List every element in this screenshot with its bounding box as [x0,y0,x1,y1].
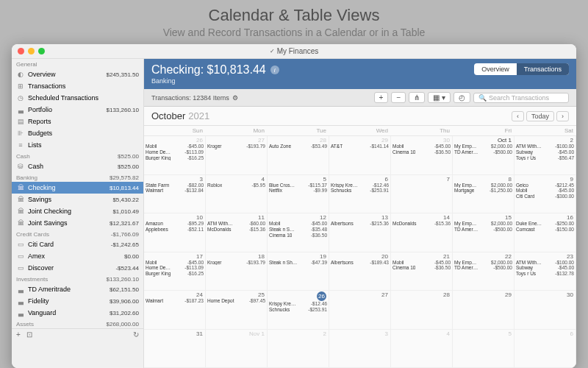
sidebar-item-joint-savings[interactable]: 🏛Joint Savings$12,321.67 [12,217,143,229]
transaction-row[interactable]: Blue Cros…-$115.37 [269,183,327,188]
calendar-cell[interactable]: 24Walmart-$187.23 [144,291,206,330]
transaction-row[interactable]: My Emp…$2,000.00 [454,221,512,227]
transaction-row[interactable]: Subway-$45.00 [516,265,574,271]
transaction-row[interactable]: My Emp…$2,000.00 [454,260,512,266]
sidebar-item-scheduled-transactions[interactable]: ◷Scheduled Transactions [12,92,143,104]
calendar-cell[interactable]: 8My Emp…$2,000.00Mortgage-$1,250.00 [453,175,514,214]
transaction-row[interactable]: Albertsons-$215.36 [331,221,389,227]
calendar-cell[interactable]: Nov 1 [206,330,268,369]
transaction-row[interactable]: Comcast-$150.00 [516,227,574,233]
minimize-icon[interactable] [28,48,35,54]
transaction-row[interactable]: Toys r Us-$56.47 [516,155,574,161]
transaction-row[interactable]: TD Amer…-$500.00 [454,149,512,155]
share-button[interactable]: ⋔ [409,92,425,103]
calendar-cell[interactable]: 19Steak n Sh…-$47.39 [268,252,329,291]
seg-transactions[interactable]: Transactions [517,63,569,75]
transaction-row[interactable]: My Emp…$2,000.00 [454,144,512,149]
next-button[interactable]: › [556,111,569,121]
transaction-row[interactable]: Krispy Kre…-$12.46 [269,301,327,307]
sidebar-item-td-ameritrade[interactable]: ▃TD Ameritrade$62,151.50 [12,283,143,295]
calendar-cell[interactable]: 22My Emp…$2,000.00TD Amer…-$500.00 [453,252,514,291]
calendar-cell[interactable]: 15My Emp…$2,000.00TD Amer…-$500.00 [453,213,514,252]
calendar-cell[interactable]: 5Blue Cros…-$115.37Netflix-$9.99 [268,175,329,214]
transaction-row[interactable]: Applebees-$52.11 [146,227,204,233]
sidebar-item-reports[interactable]: ▤Reports [12,116,143,127]
calendar-cell[interactable]: 3State Farm-$82.00Walmart-$132.84 [144,175,206,214]
calendar-cell[interactable]: 3 [329,330,391,369]
folder-button[interactable]: ⊡ [26,330,32,339]
sidebar-item-joint-checking[interactable]: 🏛Joint Checking$1,010.49 [12,205,143,217]
transaction-row[interactable]: Walmart-$187.23 [146,298,204,304]
transaction-row[interactable]: Home De…-$113.09 [146,149,204,155]
calendar-cell[interactable]: 29AT&T-$141.14 [329,136,391,175]
transaction-row[interactable]: Walmart-$132.84 [146,188,204,194]
calendar-cell[interactable]: 31 [144,330,206,369]
transaction-row[interactable]: My Emp…$2,000.00 [454,183,512,188]
view-mode-button[interactable]: ▦ ▾ [428,92,451,103]
calendar-cell[interactable]: 14McDonalds-$15.36 [391,213,453,252]
sidebar-item-overview[interactable]: ◐Overview$245,351.50 [12,68,143,80]
transaction-row[interactable]: Mobil-$45.00 [392,144,451,149]
transaction-row[interactable]: Schnucks-$253.91 [331,188,389,194]
sidebar-item-savings[interactable]: 🏛Savings$5,430.22 [12,194,143,205]
today-button[interactable]: Today [526,111,554,121]
calendar-cell[interactable]: 28Auto Zone-$53.49 [268,136,329,175]
remove-button[interactable]: − [391,92,406,103]
transaction-row[interactable]: Auto Zone-$53.49 [269,144,327,149]
transaction-row[interactable]: ATM With…-$100.00 [516,260,574,266]
calendar-cell[interactable]: 10Amazon-$95.29Applebees-$52.11 [144,213,206,252]
calendar-cell[interactable]: 11ATM With…-$60.00McDonalds-$15.36 [206,213,268,252]
search-input[interactable]: 🔍Search Transactions [473,93,569,103]
transaction-row[interactable]: AT&T-$141.14 [331,144,389,149]
transaction-row[interactable]: TD Amer…-$500.00 [454,265,512,271]
prev-button[interactable]: ‹ [512,111,524,121]
sidebar-item-vanguard[interactable]: ▃Vanguard$31,202.60 [12,307,143,319]
calendar-cell[interactable]: 5 [453,330,514,369]
transaction-row[interactable]: McDonalds-$15.36 [392,221,451,227]
calendar-cell[interactable]: 2ATM With…-$100.00Subway-$45.00Toys r Us… [514,136,576,175]
calendar-cell[interactable]: 30Mobil-$45.00Cinema 10-$36.50 [391,136,453,175]
transaction-row[interactable]: Cinema 10-$36.50 [392,265,451,271]
sidebar-item-discover[interactable]: ▭Discover-$523.44 [12,262,143,274]
close-icon[interactable] [18,48,24,54]
transaction-row[interactable]: McDonalds-$15.36 [207,227,265,233]
calendar-cell[interactable]: 21Mobil-$45.00Cinema 10-$36.50 [391,252,453,291]
gear-icon[interactable]: ⚙ [232,94,238,102]
calendar-cell[interactable]: 6Krispy Kre…-$12.46Schnucks-$253.91 [329,175,391,214]
sidebar-item-portfolio[interactable]: ▃Portfolio$133,260.10 [12,104,143,116]
refresh-button[interactable]: ↻ [133,330,139,339]
transaction-row[interactable]: Duke Ene…-$250.00 [516,221,574,227]
calendar-cell[interactable]: 28 [391,291,453,330]
calendar-cell[interactable]: 4Roblox-$5.95 [206,175,268,214]
view-segmented[interactable]: Overview Transactions [474,63,569,75]
sidebar-item-fidelity[interactable]: ▃Fidelity$39,906.00 [12,295,143,307]
transaction-row[interactable]: Amazon-$95.29 [146,221,204,227]
calendar-cell[interactable]: Oct 1My Emp…$2,000.00TD Amer…-$500.00 [453,136,514,175]
transaction-row[interactable]: Mobil-$45.00 [146,260,204,266]
transaction-row[interactable]: Mobil-$45.00 [146,144,204,149]
calendar-cell[interactable]: 25Home Depot-$97.45 [206,291,268,330]
calendar-cell[interactable]: 20Albertsons-$189.43 [329,252,391,291]
sidebar-item-citi-card[interactable]: ▭Citi Card-$1,242.65 [12,238,143,250]
transaction-row[interactable]: Mobil-$45.00 [516,188,574,194]
add-account-button[interactable]: + [16,330,21,339]
calendar-cell[interactable]: 17Mobil-$45.00Home De…-$113.09Burger Kin… [144,252,206,291]
calendar-cell[interactable]: 27Kroger-$193.79 [206,136,268,175]
seg-overview[interactable]: Overview [474,63,517,75]
calendar-cell[interactable]: 6 [514,330,576,369]
transaction-row[interactable]: Citi Card-$300.00 [516,194,574,199]
info-icon[interactable]: i [270,66,279,74]
transaction-row[interactable]: Cinema 10-$36.50 [392,149,451,155]
transaction-row[interactable]: Roblox-$5.95 [207,183,265,188]
calendar-cell[interactable]: 23ATM With…-$100.00Subway-$45.00Toys r U… [514,252,576,291]
sidebar-item-transactions[interactable]: ⊞Transactions [12,80,143,92]
transaction-row[interactable]: Toys r Us-$132.78 [516,271,574,277]
transaction-row[interactable]: Burger King-$16.25 [146,271,204,277]
calendar-cell[interactable]: 9Geico-$212.45Mobil-$45.00Citi Card-$300… [514,175,576,214]
calendar-cell[interactable]: 7 [391,175,453,214]
sidebar-item-budgets[interactable]: ⊪Budgets [12,127,143,139]
calendar-cell[interactable]: 16Duke Ene…-$250.00Comcast-$150.00 [514,213,576,252]
calendar-cell[interactable]: 13Albertsons-$215.36 [329,213,391,252]
transaction-row[interactable]: TD Amer…-$500.00 [454,227,512,233]
transaction-row[interactable]: ATM With…-$60.00 [207,221,265,227]
